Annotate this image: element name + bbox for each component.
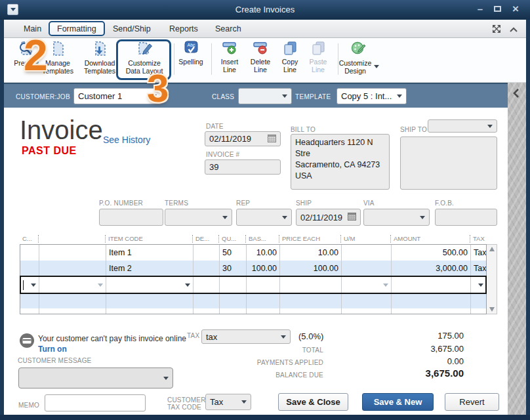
- scroll-down-icon[interactable]: [489, 307, 495, 312]
- minimize-button[interactable]: –: [474, 0, 487, 20]
- class-label: CLASS: [212, 93, 234, 100]
- see-history-link[interactable]: See History: [103, 135, 150, 145]
- customize-design-button[interactable]: Customize Design: [338, 41, 379, 75]
- invoice-number-field[interactable]: 39: [205, 159, 281, 175]
- scroll-up-icon[interactable]: [489, 247, 495, 251]
- tab-formatting[interactable]: Formatting: [49, 21, 105, 36]
- chevron-down-icon[interactable]: [31, 284, 36, 287]
- col-header[interactable]: BAS...: [245, 235, 279, 243]
- chevron-down-icon: [163, 377, 169, 380]
- memo-field[interactable]: [45, 394, 146, 411]
- col-header[interactable]: QU...: [218, 235, 245, 243]
- table-row-empty[interactable]: [20, 308, 486, 314]
- ship-to-dropdown[interactable]: [428, 119, 497, 133]
- item-code-cell: Item 1: [106, 245, 193, 261]
- col-header[interactable]: C...: [20, 235, 38, 243]
- chevron-down-icon: [282, 94, 287, 98]
- ship-to-box[interactable]: [400, 136, 497, 190]
- rep-dropdown[interactable]: [236, 209, 292, 226]
- tax-cell: Tax: [470, 245, 486, 261]
- calendar-icon[interactable]: [268, 134, 276, 144]
- paste-line-button[interactable]: Paste Line: [304, 41, 333, 74]
- tax-label: TAX: [187, 332, 199, 339]
- col-header[interactable]: AMOUNT: [390, 235, 470, 243]
- customer-message-dropdown[interactable]: [18, 368, 173, 388]
- revert-button[interactable]: Revert: [445, 393, 499, 411]
- price-each-cell: 10.00: [279, 245, 341, 261]
- payments-applied-value: 0.00: [392, 356, 464, 366]
- via-dropdown[interactable]: [363, 209, 430, 226]
- spelling-button[interactable]: Abc Spelling: [173, 41, 209, 66]
- ship-date-field[interactable]: 02/11/2019: [296, 209, 361, 226]
- download-templates-button[interactable]: Download Templates: [79, 41, 121, 75]
- template-dropdown[interactable]: Copy 5 : Int...: [336, 88, 407, 104]
- fob-field[interactable]: [435, 209, 497, 226]
- no-online-payment-icon: [20, 333, 34, 350]
- tab-reports[interactable]: Reports: [165, 20, 202, 38]
- window-border-right: [526, 0, 530, 420]
- calendar-icon[interactable]: [348, 212, 356, 222]
- close-button[interactable]: ×: [509, 0, 522, 20]
- paste-line-icon: [310, 41, 327, 57]
- date-label: DATE: [206, 123, 224, 130]
- chevron-down-icon[interactable]: [478, 284, 483, 287]
- history-panel-strip[interactable]: [508, 83, 526, 415]
- customer-job-label: CUSTOMER:JOB: [16, 93, 70, 100]
- collapse-ribbon-icon[interactable]: [509, 24, 518, 36]
- class-dropdown[interactable]: [238, 88, 292, 104]
- customer-message-label: CUSTOMER MESSAGE: [18, 357, 91, 364]
- table-row-empty[interactable]: [20, 293, 486, 308]
- bill-to-line: Sacramento, CA 94273: [295, 159, 385, 171]
- fob-label: F.O.B.: [435, 200, 454, 207]
- price-each-cell: 100.00: [279, 261, 341, 276]
- turn-on-link[interactable]: Turn on: [38, 345, 67, 354]
- chevron-down-icon[interactable]: [185, 284, 190, 287]
- customer-tax-code-dropdown[interactable]: Tax: [205, 394, 251, 410]
- save-new-button[interactable]: Save & New: [362, 393, 434, 411]
- table-row[interactable]: Item 1 50 10.00 10.00 500.00 Tax: [20, 245, 486, 261]
- po-number-field[interactable]: [99, 209, 163, 226]
- ship-to-label: SHIP TO: [400, 126, 427, 133]
- bill-to-label: BILL TO: [291, 126, 316, 133]
- table-row-active[interactable]: [20, 276, 486, 293]
- chevron-down-icon[interactable]: [383, 284, 388, 287]
- col-header[interactable]: [38, 235, 105, 243]
- maximize-button[interactable]: [491, 0, 504, 20]
- tab-send-ship[interactable]: Send/Ship: [109, 20, 155, 38]
- col-header[interactable]: U/M: [340, 235, 390, 243]
- date-field[interactable]: 02/11/2019: [205, 131, 281, 146]
- customer-job-value: Customer 1: [78, 91, 122, 101]
- terms-label: TERMS: [165, 200, 188, 207]
- chevron-down-icon: [241, 400, 247, 404]
- col-header[interactable]: TAX: [470, 235, 487, 243]
- payments-applied-label: PAYMENTS APPLIED: [225, 359, 323, 366]
- save-close-button[interactable]: Save & Close: [278, 393, 348, 411]
- customize-design-label: Customize Design: [338, 60, 372, 75]
- expand-window-icon[interactable]: [492, 24, 501, 36]
- chevron-down-icon: [281, 335, 286, 339]
- tab-search[interactable]: Search: [211, 20, 245, 38]
- window-border-left: [0, 0, 4, 420]
- col-header[interactable]: DE...: [192, 235, 218, 243]
- bill-to-box[interactable]: Headquarters 1120 N Stre Sacramento, CA …: [291, 134, 390, 190]
- tax-dropdown[interactable]: tax: [201, 329, 291, 344]
- copy-line-icon: [282, 41, 298, 57]
- insert-line-button[interactable]: Insert Line: [214, 41, 245, 74]
- copy-line-button[interactable]: Copy Line: [275, 41, 305, 74]
- form-title: Invoice: [20, 116, 103, 145]
- table-row[interactable]: Item 2 30 100.00 100.00 3,000.00 Tax: [20, 261, 486, 276]
- amount-cell: 500.00: [391, 245, 470, 261]
- col-header[interactable]: ITEM CODE: [105, 235, 192, 243]
- customer-tax-code-label-2: TAX CODE: [167, 404, 201, 411]
- window-title: Create Invoices: [0, 0, 530, 20]
- paste-line-label: Paste Line: [304, 58, 333, 74]
- table-scrollbar[interactable]: [487, 244, 497, 314]
- bill-to-line: Headquarters 1120 N Stre: [295, 137, 385, 159]
- chevron-down-icon[interactable]: [98, 284, 103, 287]
- delete-line-button[interactable]: Delete Line: [245, 41, 276, 74]
- chevron-down-icon: [487, 125, 493, 128]
- col-header[interactable]: PRICE EACH: [279, 235, 340, 243]
- terms-dropdown[interactable]: [165, 209, 232, 226]
- chevron-left-icon[interactable]: [512, 88, 520, 101]
- quantity-cell: 30: [219, 261, 246, 276]
